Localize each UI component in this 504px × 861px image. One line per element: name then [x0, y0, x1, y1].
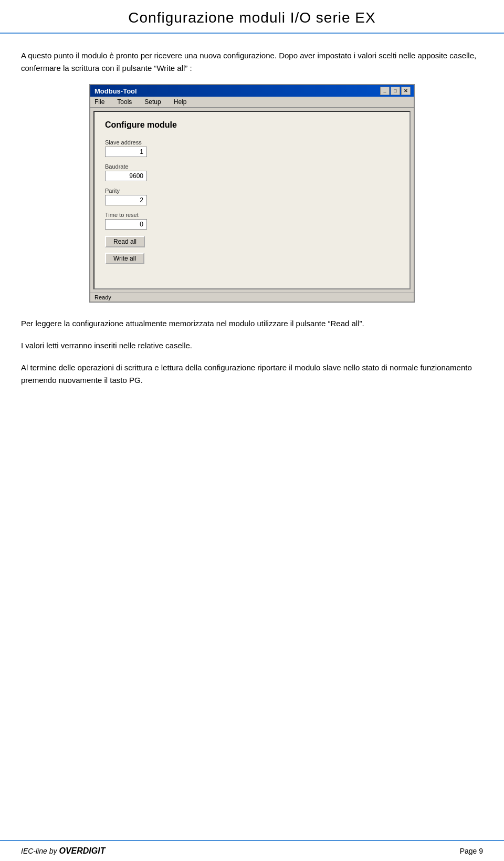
- modbus-tool-window: Modbus-Tool _ □ ✕ File Tools Setup Help …: [89, 84, 415, 303]
- dialog-title: Configure module: [105, 120, 399, 130]
- window-menubar: File Tools Setup Help: [90, 97, 414, 108]
- maximize-button[interactable]: □: [391, 87, 400, 95]
- menu-tools[interactable]: Tools: [115, 98, 134, 106]
- footer-page-number: Page 9: [460, 847, 483, 855]
- read-all-button[interactable]: Read all: [105, 236, 145, 247]
- page-title-bar: Configurazione moduli I/O serie EX: [0, 0, 504, 34]
- time-to-reset-label: Time to reset: [105, 212, 399, 218]
- footer-brand-name: OVERDIGIT: [59, 846, 105, 856]
- window-content: Configure module Slave address 1 Baudrat…: [93, 111, 411, 289]
- parity-input[interactable]: 2: [105, 195, 147, 205]
- window-statusbar: Ready: [90, 293, 414, 302]
- baudrate-label: Baudrate: [105, 163, 399, 170]
- action-buttons: Read all Write all: [105, 236, 399, 267]
- time-to-reset-input[interactable]: 0: [105, 219, 147, 230]
- main-content: A questo punto il modulo è pronto per ri…: [0, 34, 504, 417]
- footer-brand-prefix: IEC-line by: [21, 847, 57, 855]
- menu-file[interactable]: File: [92, 98, 107, 106]
- slave-address-label: Slave address: [105, 139, 399, 146]
- paragraph-3: I valori letti verranno inseriti nelle r…: [21, 339, 483, 352]
- minimize-button[interactable]: _: [380, 87, 390, 95]
- baudrate-input[interactable]: 9600: [105, 171, 147, 181]
- page-title: Configurazione moduli I/O serie EX: [21, 9, 483, 26]
- window-titlebar: Modbus-Tool _ □ ✕: [90, 85, 414, 97]
- paragraph-2: Per leggere la configurazione attualment…: [21, 317, 483, 330]
- footer-brand: IEC-line by OVERDIGIT: [21, 846, 105, 856]
- slave-address-input[interactable]: 1: [105, 147, 147, 157]
- menu-setup[interactable]: Setup: [142, 98, 163, 106]
- paragraph-1: A questo punto il modulo è pronto per ri…: [21, 49, 483, 75]
- page-footer: IEC-line by OVERDIGIT Page 9: [0, 840, 504, 861]
- window-title: Modbus-Tool: [94, 87, 137, 95]
- close-button[interactable]: ✕: [401, 87, 411, 95]
- titlebar-buttons: _ □ ✕: [380, 87, 411, 95]
- write-all-button[interactable]: Write all: [105, 253, 144, 264]
- paragraph-4: Al termine delle operazioni di scrittura…: [21, 361, 483, 387]
- menu-help[interactable]: Help: [172, 98, 189, 106]
- status-text: Ready: [94, 294, 111, 300]
- parity-label: Parity: [105, 188, 399, 194]
